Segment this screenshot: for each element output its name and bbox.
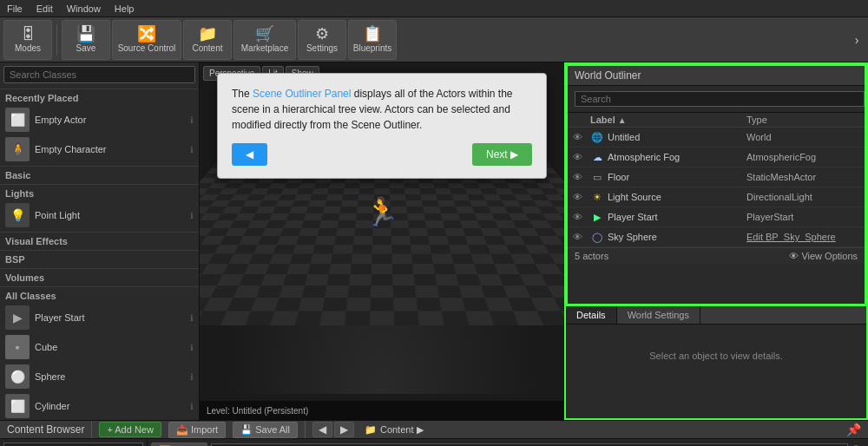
- empty-character-name: Empty Character: [35, 144, 185, 154]
- point-light-thumb: 💡: [5, 203, 30, 227]
- menu-bar: File Edit Window Help: [0, 0, 868, 17]
- outliner-column-headers: Label ▲ Type: [568, 113, 865, 128]
- content-browser-title: Content Browser: [7, 423, 84, 436]
- class-player-start[interactable]: ▶ Player Start ℹ: [0, 303, 199, 332]
- item-type-sky[interactable]: Edit BP_Sky_Sphere: [746, 232, 859, 242]
- class-cylinder[interactable]: ⬜ Cylinder ℹ: [0, 391, 199, 421]
- all-classes-section: All Classes: [0, 286, 199, 303]
- bsp-section: BSP: [0, 250, 199, 266]
- sphere-thumb: ⚪: [5, 364, 30, 389]
- modes-icon: 🎛: [20, 26, 36, 42]
- source-control-icon: 🔀: [137, 26, 156, 42]
- class-empty-character[interactable]: 🧍 Empty Character ℹ: [0, 134, 199, 164]
- viewport[interactable]: 🏃 Perspective Lit Show Level: Untitled (…: [200, 62, 564, 420]
- floor-icon: ▭: [590, 170, 604, 184]
- menu-window[interactable]: Window: [67, 3, 101, 14]
- viewport-status: Level: Untitled (Persistent): [200, 401, 564, 420]
- outliner-item-floor[interactable]: 👁 ▭ Floor StaticMeshActor: [568, 167, 865, 187]
- world-settings-tab[interactable]: World Settings: [617, 306, 700, 324]
- content-button[interactable]: 📁 Content: [183, 20, 232, 60]
- details-tabs: Details World Settings: [566, 306, 866, 325]
- menu-edit[interactable]: Edit: [36, 3, 53, 14]
- content-browser: Content Browser + Add New 📥 Import 💾 Sav…: [0, 420, 868, 446]
- class-point-light[interactable]: 💡 Point Light ℹ: [0, 200, 199, 230]
- source-control-button[interactable]: 🔀 Source Control: [112, 20, 181, 60]
- scene-outliner-link[interactable]: Scene Outliner Panel: [253, 88, 351, 100]
- class-cube[interactable]: ▪ Cube ℹ: [0, 332, 199, 362]
- filters-button[interactable]: 🔽 Filters: [151, 443, 207, 446]
- tooltip-next-button[interactable]: Next ▶: [472, 143, 532, 166]
- modes-button[interactable]: 🎛 Modes: [3, 20, 52, 60]
- save-all-button[interactable]: 💾 Save All: [233, 422, 298, 438]
- tooltip-back-button[interactable]: ◀: [232, 143, 267, 166]
- save-icon: 💾: [76, 26, 95, 42]
- outliner-item-fog[interactable]: 👁 ☁ Atmospheric Fog AtmosphericFog: [568, 148, 865, 167]
- outliner-item-sky[interactable]: 👁 ◯ Sky Sphere Edit BP_Sky_Sphere: [568, 227, 865, 247]
- basic-section: Basic: [0, 166, 199, 182]
- eye-icon-player: 👁: [573, 212, 587, 222]
- item-label-sky: Sky Sphere: [608, 232, 746, 242]
- actors-count: 5 actors: [575, 251, 608, 261]
- viewport-checker: [200, 164, 564, 325]
- cb-nav-buttons: ◀ ▶: [312, 422, 354, 437]
- item-type-fog: AtmosphericFog: [746, 152, 859, 162]
- details-tab[interactable]: Details: [566, 306, 617, 324]
- import-button[interactable]: 📥 Import: [168, 422, 226, 438]
- save-label: Save: [76, 43, 96, 53]
- blueprints-button[interactable]: 📋 Blueprints: [348, 20, 397, 60]
- sphere-name: Sphere: [35, 371, 185, 382]
- menu-help[interactable]: Help: [115, 3, 135, 14]
- toolbar: 🎛 Modes 💾 Save 🔀 Source Control 📁 Conten…: [0, 17, 868, 62]
- folder-search-input[interactable]: [3, 443, 143, 446]
- outliner-search-input[interactable]: [575, 91, 865, 107]
- save-button[interactable]: 💾 Save: [62, 20, 110, 60]
- visual-effects-section: Visual Effects: [0, 232, 199, 248]
- content-search-input[interactable]: [211, 443, 848, 447]
- outliner-item-untitled[interactable]: 👁 🌐 Untitled World: [568, 128, 865, 148]
- class-sphere[interactable]: ⚪ Sphere ℹ: [0, 362, 199, 391]
- cb-back-button[interactable]: ◀: [312, 422, 332, 437]
- marketplace-button[interactable]: 🛒 Marketplace: [233, 20, 296, 60]
- modes-label: Modes: [15, 43, 41, 53]
- source-control-label: Source Control: [118, 43, 176, 53]
- cb-forward-button[interactable]: ▶: [334, 422, 354, 437]
- item-type-light: DirectionalLight: [746, 192, 859, 202]
- add-new-button[interactable]: + Add New: [99, 422, 161, 437]
- content-path: 📁 Content ▶: [365, 424, 424, 436]
- content-label: Content: [192, 43, 222, 53]
- point-light-name: Point Light: [35, 210, 185, 220]
- outliner-title: World Outliner: [575, 69, 641, 82]
- class-empty-actor[interactable]: ⬜ Empty Actor ℹ: [0, 105, 199, 134]
- class-search-input[interactable]: [3, 66, 195, 83]
- fog-icon: ☁: [590, 150, 604, 164]
- eye-icon-sky: 👁: [573, 232, 587, 242]
- cb-pin-button[interactable]: 📌: [846, 423, 861, 436]
- marketplace-icon: 🛒: [255, 26, 274, 42]
- eye-icon-light: 👁: [573, 192, 587, 202]
- viewport-level-text: Level: Untitled (Persistent): [207, 406, 308, 416]
- marketplace-label: Marketplace: [241, 43, 288, 53]
- right-panel: World Outliner Label ▲ Type 👁 🌐 Untitled…: [564, 62, 868, 420]
- eye-icon-floor: 👁: [573, 172, 587, 182]
- details-empty-message: Select an object to view details.: [649, 351, 782, 361]
- menu-file[interactable]: File: [7, 3, 23, 14]
- outliner-footer: 5 actors 👁 View Options: [568, 247, 865, 264]
- folder-tree: ▼ 📁 Content 📁 Animations 📁 AnimStarterPa…: [0, 439, 148, 446]
- outliner-view-options-button[interactable]: 👁 View Options: [789, 251, 858, 261]
- content-browser-header: Content Browser + Add New 📥 Import 💾 Sav…: [0, 421, 868, 439]
- sky-icon: ◯: [590, 230, 604, 244]
- main-area: Recently Placed ⬜ Empty Actor ℹ 🧍 Empty …: [0, 62, 868, 420]
- settings-button[interactable]: ⚙ Settings: [298, 20, 346, 60]
- outliner-item-player[interactable]: 👁 ▶ Player Start PlayerStart: [568, 207, 865, 227]
- player-start-thumb: ▶: [5, 305, 30, 330]
- lights-section: Lights: [0, 184, 199, 200]
- cube-name: Cube: [35, 342, 185, 352]
- content-icon: 📁: [198, 26, 217, 42]
- blueprints-label: Blueprints: [353, 43, 391, 53]
- tooltip-box: The Scene Outliner Panel displays all of…: [217, 73, 547, 179]
- volumes-section: Volumes: [0, 268, 199, 285]
- outliner-type-col: Type: [746, 115, 859, 125]
- outliner-item-light[interactable]: 👁 ☀ Light Source DirectionalLight: [568, 187, 865, 207]
- toolbar-expand-button[interactable]: ›: [849, 20, 865, 60]
- eye-icon-fog: 👁: [573, 152, 587, 162]
